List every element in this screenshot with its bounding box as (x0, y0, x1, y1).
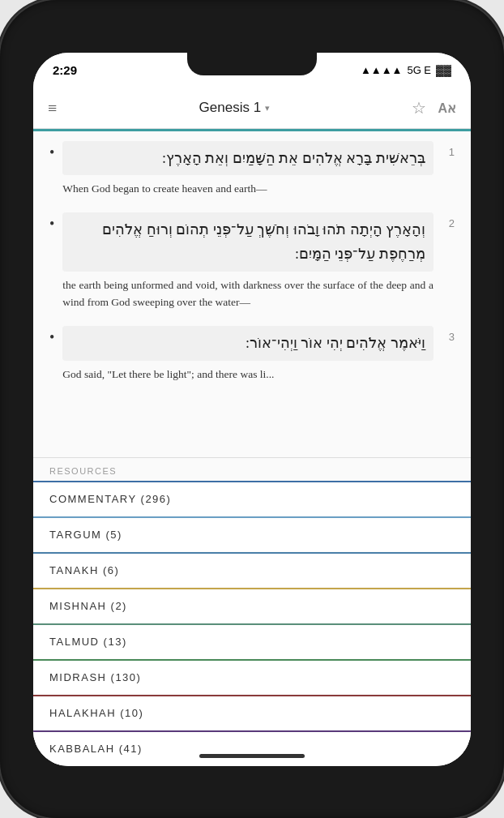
verse-content: וַיֹּאמֶר אֱלֹהִים יְהִי אוֹר וַיְהִי־או… (62, 326, 434, 383)
english-verse-1: When God began to create heaven and eart… (62, 180, 434, 198)
resource-item-midrash[interactable]: MIDRASH (130) (33, 659, 471, 694)
resource-label-kabbalah: KABBALAH (41) (49, 743, 143, 755)
chevron-down-icon: ▾ (265, 103, 270, 113)
resource-label-targum: TARGUM (5) (49, 529, 122, 541)
resource-item-tanakh[interactable]: TANAKH (6) (33, 552, 471, 587)
verse-row: • וַיֹּאמֶר אֱלֹהִים יְהִי אוֹר וַיְהִי־… (49, 326, 455, 383)
nav-bar: ≡ Genesis 1 ▾ ☆ Aא (33, 88, 471, 129)
verse-number-2: 2 (442, 217, 455, 229)
status-time: 2:29 (53, 63, 77, 77)
bookmark-icon[interactable]: ☆ (412, 98, 426, 118)
network-type: 5G E (407, 64, 431, 76)
scripture-scroll[interactable]: • בְּרֵאשִׁית בָּרָא אֱלֹהִים אֵת הַשָּׁ… (33, 131, 471, 457)
resource-label-midrash: MIDRASH (130) (49, 671, 141, 683)
verse-content: בְּרֵאשִׁית בָּרָא אֱלֹהִים אֵת הַשָּׁמַ… (62, 141, 434, 198)
notch (187, 53, 317, 75)
home-indicator (199, 754, 305, 758)
nav-action-icons: ☆ Aא (412, 98, 456, 118)
resource-label-mishnah: MISHNAH (2) (49, 600, 127, 612)
verse-bullet: • (49, 144, 54, 161)
status-icons: ▲▲▲▲ 5G E ▓▓ (361, 64, 451, 76)
resource-label-halakhah: HALAKHAH (10) (49, 707, 143, 719)
verse-bullet: • (49, 216, 54, 233)
text-size-icon[interactable]: Aא (438, 101, 456, 116)
verse-number-3: 3 (442, 331, 455, 343)
verse-bullet: • (49, 329, 54, 346)
resources-section-label: RESOURCES (33, 458, 471, 481)
scripture-area: • בְּרֵאשִׁית בָּרָא אֱלֹהִים אֵת הַשָּׁ… (33, 131, 471, 766)
english-verse-2: the earth being unformed and void, with … (62, 276, 434, 311)
resource-item-halakhah[interactable]: HALAKHAH (10) (33, 695, 471, 730)
resource-item-talmud[interactable]: TALMUD (13) (33, 623, 471, 658)
verse-content: וְהָאָרֶץ הָיְתָה תֹהוּ וָבֹהוּ וְחֹשֶׁך… (62, 212, 434, 311)
english-verse-3: God said, "Let there be light"; and ther… (62, 366, 434, 383)
resource-item-mishnah[interactable]: MISHNAH (2) (33, 588, 471, 623)
verse-row: • וְהָאָרֶץ הָיְתָה תֹהוּ וָבֹהוּ וְחֹשֶ… (49, 212, 455, 311)
resource-label-tanakh: TANAKH (6) (49, 564, 119, 576)
resource-item-commentary[interactable]: COMMENTARY (296) (33, 481, 471, 516)
hebrew-verse-1: בְּרֵאשִׁית בָּרָא אֱלֹהִים אֵת הַשָּׁמַ… (62, 141, 434, 176)
hamburger-menu-icon[interactable]: ≡ (48, 99, 57, 118)
resource-label-talmud: TALMUD (13) (49, 636, 127, 648)
signal-icon: ▲▲▲▲ (361, 64, 402, 76)
battery-icon: ▓▓ (436, 64, 451, 76)
hebrew-verse-3: וַיֹּאמֶר אֱלֹהִים יְהִי אוֹר וַיְהִי־או… (62, 326, 434, 361)
resource-label-commentary: COMMENTARY (296) (49, 493, 171, 505)
verse-row: • בְּרֵאשִׁית בָּרָא אֱלֹהִים אֵת הַשָּׁ… (49, 141, 455, 198)
hebrew-verse-2: וְהָאָרֶץ הָיְתָה תֹהוּ וָבֹהוּ וְחֹשֶׁך… (62, 212, 434, 272)
resource-item-kabbalah[interactable]: KABBALAH (41) (33, 730, 471, 765)
phone-screen: 2:29 ▲▲▲▲ 5G E ▓▓ ≡ Genesis 1 ▾ ☆ Aא (33, 53, 471, 766)
phone-frame: 2:29 ▲▲▲▲ 5G E ▓▓ ≡ Genesis 1 ▾ ☆ Aא (0, 0, 504, 818)
verse-number-1: 1 (442, 146, 455, 158)
nav-title-text: Genesis 1 (199, 100, 262, 116)
resource-item-targum[interactable]: TARGUM (5) (33, 516, 471, 551)
resources-panel: RESOURCES COMMENTARY (296) TARGUM (5) TA… (33, 457, 471, 766)
nav-title-area[interactable]: Genesis 1 ▾ (199, 100, 271, 116)
